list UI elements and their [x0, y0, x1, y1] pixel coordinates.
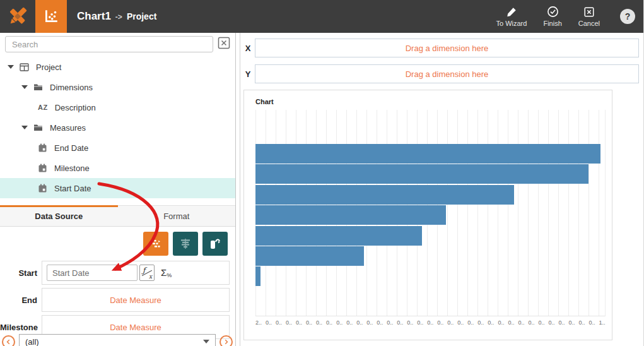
- sidebar-tabs: Data Source Format: [0, 205, 235, 227]
- tree-item-label: Description: [55, 103, 96, 112]
- panel-splitter[interactable]: [238, 33, 240, 346]
- folder-icon: [33, 124, 43, 131]
- chart-type-tile[interactable]: [35, 0, 67, 33]
- help-button[interactable]: ?: [620, 9, 635, 24]
- calendar-icon: [38, 164, 47, 173]
- tree-item-label: Dimensions: [50, 83, 93, 92]
- x-axis-tick-label: 0..: [346, 319, 353, 326]
- chart-subtype-toolbar: [0, 227, 235, 261]
- x-axis-tick-label: 0..: [326, 319, 332, 326]
- search-row: [0, 33, 235, 57]
- x-axis-tick-label: 1..: [599, 319, 606, 326]
- formula-button[interactable]: ƒ x: [139, 265, 155, 281]
- start-field-label: Start: [0, 268, 42, 278]
- x-axis-tick-label: 0..: [296, 319, 302, 326]
- chart-bar: [255, 226, 422, 246]
- y-dimension-dropzone[interactable]: Drag a dimension here: [255, 64, 639, 83]
- x-axis-tick-label: 0..: [336, 319, 342, 326]
- table-icon: [20, 63, 29, 71]
- chart-bar: [255, 266, 261, 286]
- tree-item-description[interactable]: AZ Description: [0, 97, 235, 117]
- tornado-subtype-button[interactable]: [173, 232, 198, 256]
- gantt-flow-subtype-button[interactable]: [143, 232, 168, 256]
- x-axis-label: X: [241, 44, 255, 53]
- close-square-icon: [583, 6, 595, 18]
- prev-filter-button[interactable]: [2, 335, 15, 346]
- x-axis-tick-label: 0..: [377, 319, 383, 326]
- x-axis-tick-label: 2..: [255, 319, 262, 326]
- tree-item-dimensions[interactable]: Dimensions: [0, 77, 235, 97]
- calendar-icon: [38, 184, 47, 193]
- tab-label: Data Source: [35, 212, 83, 221]
- check-circle-icon: [547, 6, 559, 18]
- end-field-dropzone[interactable]: Date Measure: [42, 288, 230, 312]
- chart-bar: [255, 144, 600, 164]
- app-root: Chart1 -> Project To Wizard Finish: [0, 0, 644, 346]
- breadcrumb-arrow: ->: [115, 13, 122, 21]
- x-axis-tick-label: 0..: [407, 319, 413, 326]
- tab-format[interactable]: Format: [118, 206, 236, 226]
- finish-button[interactable]: Finish: [543, 6, 561, 27]
- x-axis-tick-label: 0..: [356, 319, 363, 326]
- tree-item-label: Milestone: [54, 164, 90, 173]
- tree-item-milestone[interactable]: Milestone: [0, 158, 235, 178]
- x-axis-tick-label: 0..: [498, 319, 504, 326]
- chart-bar: [255, 246, 364, 266]
- fx-sub: x: [149, 273, 152, 280]
- x-axis-tick-label: 0..: [538, 319, 544, 326]
- x-axis-tick-label: 0..: [579, 319, 585, 326]
- close-panel-icon[interactable]: [218, 37, 230, 49]
- tree-item-start-date[interactable]: Start Date: [0, 178, 235, 198]
- filter-row: (all): [0, 331, 236, 346]
- caret-down-icon[interactable]: [21, 85, 28, 89]
- next-filter-button[interactable]: [220, 335, 233, 346]
- x-axis-tick-label: 0..: [568, 319, 575, 326]
- caret-down-icon[interactable]: [21, 126, 28, 129]
- y-dropzone-placeholder: Drag a dimension here: [406, 69, 489, 79]
- x-dimension-dropzone[interactable]: Drag a dimension here: [255, 39, 639, 57]
- app-logo[interactable]: [0, 4, 35, 28]
- cancel-button[interactable]: Cancel: [578, 6, 600, 27]
- tab-data-source[interactable]: Data Source: [0, 206, 118, 226]
- page-title: Chart1: [77, 10, 111, 23]
- x-axis-tick-label: 0..: [447, 319, 454, 326]
- to-wizard-button[interactable]: To Wizard: [496, 6, 527, 27]
- x-axis-tick-label: 0..: [286, 319, 292, 326]
- x-dropzone-row: X Drag a dimension here: [241, 39, 639, 57]
- aggregation-sigma-button[interactable]: Σ%: [161, 267, 172, 278]
- rotate-chart-button[interactable]: [202, 232, 228, 256]
- tree-item-label: End Date: [54, 143, 88, 153]
- x-axis-tick-label: 0..: [548, 319, 554, 326]
- field-tree: Project Dimensions AZ Description: [0, 57, 235, 198]
- folder-icon: [33, 83, 43, 91]
- x-axis-tick-label: 0..: [387, 319, 393, 326]
- calendar-icon: [38, 143, 47, 153]
- x-axis-tick-label: 0..: [437, 319, 443, 326]
- x-axis-tick-label: 0..: [508, 319, 514, 326]
- search-input[interactable]: [5, 36, 213, 52]
- x-axis-tick-label: 0..: [397, 319, 403, 326]
- chart-canvas-panel: X Drag a dimension here Y Drag a dimensi…: [241, 33, 644, 346]
- start-field-box[interactable]: ƒ x Σ%: [42, 261, 230, 285]
- tree-item-project[interactable]: Project: [0, 57, 235, 77]
- x-axis-tick-label: 0..: [266, 319, 272, 326]
- x-axis-tick-label: 0..: [467, 319, 474, 326]
- x-axis-tick-label: 0..: [457, 319, 464, 326]
- pencil-icon: [506, 6, 517, 18]
- x-axis-tick-label: 0..: [488, 319, 494, 326]
- flip-page-icon: [208, 237, 222, 251]
- top-bar: Chart1 -> Project To Wizard Finish: [0, 0, 644, 33]
- end-field-label: End: [0, 295, 42, 305]
- tree-item-end-date[interactable]: End Date: [0, 138, 235, 158]
- tree-item-measures[interactable]: Measures: [0, 117, 235, 138]
- filter-dropdown[interactable]: (all): [19, 334, 216, 346]
- filter-value: (all): [25, 337, 39, 346]
- x-axis-tick-label: 0..: [276, 319, 282, 326]
- x-axis-ticks: 2..0..0..0..0..0..0..0..0..0..0..0..0..0…: [255, 319, 606, 326]
- tree-item-label: Start Date: [54, 184, 91, 193]
- top-bar-actions: To Wizard Finish Cancel ?: [496, 6, 644, 27]
- chart-plot-area: [255, 110, 606, 316]
- milestone-field-label: Milestone: [0, 323, 42, 332]
- caret-down-icon[interactable]: [8, 65, 14, 69]
- start-measure-input[interactable]: [47, 265, 138, 281]
